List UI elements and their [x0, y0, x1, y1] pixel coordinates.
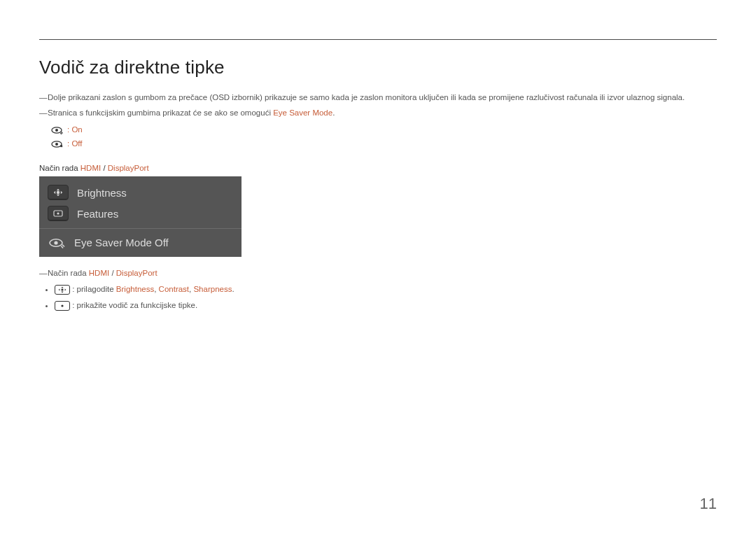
note-1-text: Dolje prikazani zaslon s gumbom za preča… — [48, 93, 685, 101]
post-mode-note: ―Način rada HDMI / DisplayPort — [39, 267, 717, 279]
bullet1-sharpness: Sharpness — [193, 285, 232, 293]
page-title: Vodič za direktne tipke — [39, 57, 717, 78]
list-item: : prilagodite Brightness, Contrast, Shar… — [55, 283, 717, 297]
osd-panel: Brightness Features — [39, 176, 241, 257]
svg-marker-12 — [61, 191, 62, 194]
note-2-highlight: Eye Saver Mode — [273, 108, 332, 117]
svg-line-3 — [61, 133, 62, 134]
eye-off-label: : Off — [67, 136, 83, 151]
post-note-sep: / — [109, 269, 116, 277]
svg-marker-23 — [65, 288, 66, 290]
post-note-prefix: Način rada — [48, 269, 89, 277]
svg-point-19 — [61, 288, 63, 290]
osd-brightness-label: Brightness — [77, 187, 127, 199]
page-number: 11 — [700, 495, 717, 513]
note-2-suffix: . — [332, 108, 335, 117]
osd-features-row: Features — [48, 203, 233, 224]
svg-point-14 — [57, 213, 59, 215]
osd-features-label: Features — [77, 208, 118, 220]
top-rule — [39, 39, 717, 40]
eye-on-label: : On — [67, 122, 83, 137]
enter-key-icon — [55, 301, 70, 311]
svg-marker-20 — [61, 286, 63, 288]
svg-line-18 — [62, 246, 64, 248]
eye-saver-states: : On : Off — [50, 122, 717, 151]
mode-sep: / — [101, 164, 108, 172]
svg-marker-21 — [61, 291, 63, 293]
osd-joystick-icon — [48, 185, 69, 200]
osd-brightness-row: Brightness — [48, 182, 233, 203]
joystick-key-icon — [55, 285, 70, 295]
note-2-prefix: Stranica s funkcijskim gumbima prikazat … — [48, 108, 273, 117]
bullet1-end: . — [232, 285, 234, 293]
osd-eyesaver-row: Eye Saver Mode Off — [39, 229, 241, 257]
svg-marker-9 — [57, 189, 59, 190]
svg-point-5 — [55, 143, 58, 146]
osd-enter-icon — [48, 206, 69, 221]
svg-point-24 — [61, 304, 63, 307]
eye-on-icon — [50, 122, 63, 137]
post-note-hdmi: HDMI — [89, 269, 109, 277]
svg-marker-11 — [54, 191, 55, 194]
svg-point-8 — [57, 191, 59, 194]
eye-off-icon — [50, 136, 63, 151]
mode-hdmi: HDMI — [80, 164, 101, 172]
bullet1-brightness: Brightness — [116, 285, 154, 293]
mode-label: Način rada — [39, 164, 80, 172]
svg-marker-22 — [59, 288, 60, 290]
svg-marker-10 — [57, 195, 59, 196]
eye-on-row: : On — [50, 122, 717, 137]
bullet2-text: : prikažite vodič za funkcijske tipke. — [72, 301, 197, 309]
svg-line-17 — [62, 245, 64, 247]
note-2: ―Stranica s funkcijskim gumbima prikazat… — [39, 106, 717, 119]
note-1: ―Dolje prikazani zaslon s gumbom za preč… — [39, 91, 717, 104]
post-note-dp: DisplayPort — [116, 269, 158, 277]
mode-dp: DisplayPort — [108, 164, 149, 172]
mode-line: Način rada HDMI / DisplayPort — [39, 164, 717, 172]
osd-eyesaver-label: Eye Saver Mode Off — [74, 237, 169, 248]
svg-point-1 — [55, 129, 58, 132]
bullet1-prefix: : prilagodite — [72, 285, 116, 293]
list-item: : prikažite vodič za funkcijske tipke. — [55, 299, 717, 313]
osd-eye-icon — [48, 236, 66, 248]
key-guide-list: : prilagodite Brightness, Contrast, Shar… — [39, 283, 717, 313]
svg-line-2 — [62, 132, 63, 133]
eye-off-row: : Off — [50, 136, 717, 151]
bullet1-contrast: Contrast — [159, 285, 189, 293]
svg-point-16 — [54, 241, 57, 245]
